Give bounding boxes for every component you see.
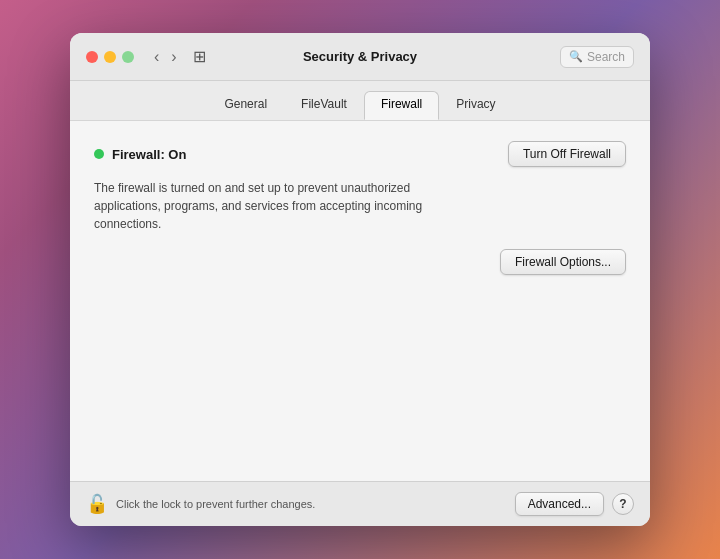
- main-content: Firewall: On Turn Off Firewall The firew…: [70, 121, 650, 481]
- forward-button[interactable]: ›: [167, 47, 180, 67]
- search-placeholder: Search: [587, 50, 625, 64]
- firewall-description: The firewall is turned on and set up to …: [94, 179, 474, 233]
- window-title: Security & Privacy: [303, 49, 417, 64]
- main-window: ‹ › ⊞ Security & Privacy 🔍 Search Genera…: [70, 33, 650, 526]
- status-left: Firewall: On: [94, 147, 186, 162]
- status-indicator: [94, 149, 104, 159]
- nav-buttons: ‹ ›: [150, 47, 181, 67]
- firewall-status-label: Firewall: On: [112, 147, 186, 162]
- tab-filevault[interactable]: FileVault: [284, 91, 364, 120]
- help-button[interactable]: ?: [612, 493, 634, 515]
- tabs-bar: General FileVault Firewall Privacy: [70, 81, 650, 121]
- search-box[interactable]: 🔍 Search: [560, 46, 634, 68]
- turn-off-firewall-button[interactable]: Turn Off Firewall: [508, 141, 626, 167]
- footer-text: Click the lock to prevent further change…: [116, 498, 507, 510]
- search-icon: 🔍: [569, 50, 583, 63]
- maximize-button[interactable]: [122, 51, 134, 63]
- footer-actions: Advanced... ?: [515, 492, 634, 516]
- grid-button[interactable]: ⊞: [189, 45, 210, 68]
- titlebar: ‹ › ⊞ Security & Privacy 🔍 Search: [70, 33, 650, 81]
- tab-general[interactable]: General: [207, 91, 284, 120]
- footer: 🔓 Click the lock to prevent further chan…: [70, 481, 650, 526]
- firewall-options-button[interactable]: Firewall Options...: [500, 249, 626, 275]
- back-button[interactable]: ‹: [150, 47, 163, 67]
- options-row: Firewall Options...: [94, 249, 626, 275]
- firewall-status-row: Firewall: On Turn Off Firewall: [94, 141, 626, 167]
- tab-firewall[interactable]: Firewall: [364, 91, 439, 120]
- close-button[interactable]: [86, 51, 98, 63]
- tab-privacy[interactable]: Privacy: [439, 91, 512, 120]
- minimize-button[interactable]: [104, 51, 116, 63]
- advanced-button[interactable]: Advanced...: [515, 492, 604, 516]
- traffic-lights: [86, 51, 134, 63]
- lock-icon[interactable]: 🔓: [86, 495, 108, 513]
